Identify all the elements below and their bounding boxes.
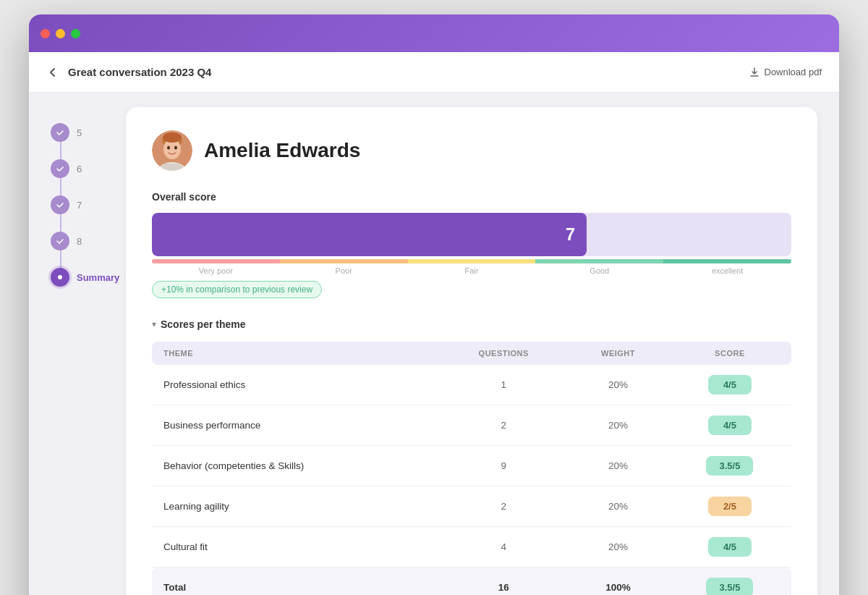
svg-rect-9 — [162, 164, 182, 171]
sidebar-dot-summary — [51, 268, 69, 287]
svg-point-6 — [174, 146, 177, 150]
comparison-badge: +10% in comparison to previous review — [152, 281, 322, 298]
table-row: Behavior (competenties & Skills) 9 20% 3… — [152, 446, 791, 486]
total-weight: 100% — [568, 567, 668, 595]
overall-score-section: Overall score 7 — [152, 191, 791, 298]
score-badge: 3.5/5 — [706, 578, 753, 595]
total-row: Total 16 100% 3.5/5 — [152, 567, 791, 595]
traffic-light-red[interactable] — [41, 29, 50, 38]
score-labels: Very poor Poor Fair Good excellent — [152, 266, 791, 275]
header-bar: Great conversation 2023 Q4 Download pdf — [29, 52, 839, 93]
theme-questions: 2 — [439, 405, 568, 446]
theme-score: 4/5 — [668, 527, 791, 567]
theme-weight: 20% — [568, 405, 668, 446]
theme-section-title: Scores per theme — [161, 318, 246, 330]
theme-weight: 20% — [568, 446, 668, 486]
sidebar-dot-8 — [51, 232, 69, 250]
sidebar-label-summary: Summary — [77, 272, 119, 283]
total-score: 3.5/5 — [668, 567, 791, 595]
score-bar-fill: 7 — [152, 213, 587, 256]
theme-section: ▾ Scores per theme THEME QUESTIONS WEIGH… — [152, 318, 791, 595]
table-row: Professional ethics 1 20% 4/5 — [152, 365, 791, 405]
table-row: Cultural fit 4 20% 4/5 — [152, 527, 791, 567]
theme-weight: 20% — [568, 365, 668, 405]
score-label-fair: Fair — [408, 266, 536, 275]
overall-score-title: Overall score — [152, 191, 791, 203]
slb-fair — [408, 259, 536, 263]
score-label-good: Good — [535, 266, 663, 275]
score-badge: 4/5 — [708, 375, 752, 394]
slb-good — [535, 259, 663, 263]
back-button[interactable] — [46, 66, 59, 79]
theme-name: Behavior (competenties & Skills) — [152, 446, 439, 486]
theme-name: Professional ethics — [152, 365, 439, 405]
title-bar — [29, 14, 839, 52]
score-label-bar — [152, 259, 791, 263]
total-label: Total — [152, 567, 439, 595]
slb-very-poor — [152, 259, 280, 263]
theme-name: Business performance — [152, 405, 439, 446]
svg-point-5 — [167, 146, 170, 150]
sidebar-label-8: 8 — [77, 236, 82, 247]
profile-header: Amelia Edwards — [152, 130, 791, 171]
header-left: Great conversation 2023 Q4 — [46, 66, 211, 79]
score-bar-wrapper: 7 — [152, 213, 791, 256]
sidebar-item-summary[interactable]: Summary — [51, 259, 109, 295]
score-badge: 4/5 — [708, 415, 752, 435]
chevron-icon: ▾ — [152, 319, 156, 329]
svg-point-7 — [163, 132, 182, 143]
total-questions: 16 — [439, 567, 568, 595]
theme-questions: 9 — [439, 446, 568, 486]
profile-name: Amelia Edwards — [204, 139, 360, 162]
main-content: Amelia Edwards Overall score 7 — [126, 107, 817, 595]
theme-name: Cultural fit — [152, 527, 439, 567]
score-label-poor: Poor — [280, 266, 408, 275]
svg-point-0 — [58, 275, 62, 279]
traffic-light-yellow[interactable] — [56, 29, 65, 38]
theme-questions: 1 — [439, 365, 568, 405]
sidebar-item-5[interactable]: 5 — [51, 114, 109, 151]
sidebar-dot-6 — [51, 159, 69, 178]
scores-table: THEME QUESTIONS WEIGHT SCORE Professiona… — [152, 342, 791, 595]
theme-weight: 20% — [568, 527, 668, 567]
theme-score: 2/5 — [668, 486, 791, 527]
score-badge: 2/5 — [708, 497, 752, 516]
table-row: Business performance 2 20% 4/5 — [152, 405, 791, 446]
score-badge: 3.5/5 — [706, 456, 753, 476]
score-label-very-poor: Very poor — [152, 266, 280, 275]
download-button[interactable]: Download pdf — [749, 67, 822, 78]
download-label: Download pdf — [765, 67, 822, 77]
theme-questions: 4 — [439, 527, 568, 567]
table-row: Learning agility 2 20% 2/5 — [152, 486, 791, 527]
score-label-excellent: excellent — [663, 266, 791, 275]
slb-poor — [280, 259, 408, 263]
score-bar-value: 7 — [566, 224, 575, 245]
sidebar-label-7: 7 — [77, 200, 82, 211]
col-theme: THEME — [152, 342, 439, 365]
theme-weight: 20% — [568, 486, 668, 527]
app-body: Great conversation 2023 Q4 Download pdf … — [29, 52, 839, 595]
sidebar-item-8[interactable]: 8 — [51, 223, 109, 259]
sidebar-label-6: 6 — [77, 164, 82, 174]
slb-excellent — [663, 259, 791, 263]
traffic-light-green[interactable] — [71, 29, 80, 38]
col-weight: WEIGHT — [568, 342, 668, 365]
theme-score: 4/5 — [668, 365, 791, 405]
score-badge: 4/5 — [708, 537, 752, 557]
sidebar-dot-7 — [51, 195, 69, 214]
col-score: SCORE — [668, 342, 791, 365]
sidebar-item-7[interactable]: 7 — [51, 187, 109, 223]
table-header-row: THEME QUESTIONS WEIGHT SCORE — [152, 342, 791, 365]
theme-name: Learning agility — [152, 486, 439, 527]
theme-section-header[interactable]: ▾ Scores per theme — [152, 318, 791, 330]
sidebar-item-6[interactable]: 6 — [51, 151, 109, 187]
sidebar-dot-5 — [51, 123, 69, 142]
theme-score: 4/5 — [668, 405, 791, 446]
sidebar: 5 6 7 8 — [51, 107, 109, 595]
summary-card: Amelia Edwards Overall score 7 — [126, 107, 817, 595]
content-area: 5 6 7 8 — [29, 93, 839, 595]
avatar — [152, 130, 192, 171]
col-questions: QUESTIONS — [439, 342, 568, 365]
page-title: Great conversation 2023 Q4 — [68, 66, 211, 78]
mac-window: Great conversation 2023 Q4 Download pdf … — [29, 14, 839, 595]
